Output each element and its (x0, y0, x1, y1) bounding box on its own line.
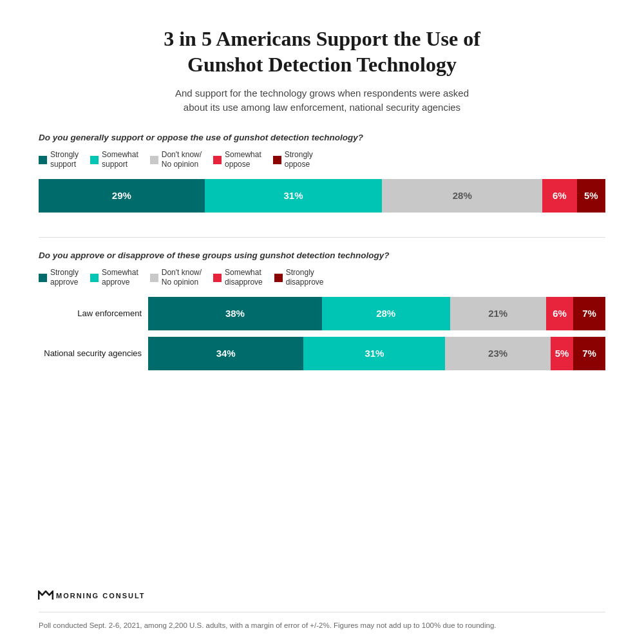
bar-segment: 23% (445, 337, 550, 370)
legend-label: Don't know/ No opinion (162, 150, 202, 170)
legend-item: Somewhat approve (90, 268, 138, 288)
legend-label: Strongly disapprove (286, 268, 324, 288)
bar-row-label: National security agencies (39, 348, 142, 358)
legend-item: Somewhat oppose (213, 150, 261, 170)
legend-item: Strongly oppose (273, 150, 313, 170)
legend-color-box (273, 156, 281, 164)
legend-color-box (213, 274, 222, 282)
question-2: Do you approve or disapprove of these gr… (39, 251, 605, 260)
legend-color-box (150, 156, 158, 164)
legend-color-box (90, 274, 99, 282)
bar-chart-2: Law enforcement38%28%21%6%7%National sec… (39, 297, 605, 370)
bar-segment: 6% (546, 297, 574, 330)
legend-label: Somewhat oppose (225, 150, 261, 170)
legend-color-box (90, 156, 99, 164)
bar-segment: 21% (450, 297, 546, 330)
section-2: Do you approve or disapprove of these gr… (39, 251, 605, 370)
section-1: Do you generally support or oppose the u… (39, 133, 605, 213)
bar-segment: 28% (322, 297, 450, 330)
legend-label: Don't know/ No opinion (162, 268, 202, 288)
bar-segment: 7% (573, 337, 605, 370)
bar-container: 34%31%23%5%7% (148, 337, 605, 370)
legend-2: Strongly approveSomewhat approveDon't kn… (39, 268, 605, 288)
legend-label: Somewhat approve (102, 268, 138, 288)
bar-segment: 31% (205, 179, 383, 213)
legend-color-box (150, 274, 158, 282)
bar-segment: 5% (551, 337, 574, 370)
legend-color-box (274, 274, 283, 282)
bar-container-1: 29%31%28%6%5% (39, 179, 605, 213)
legend-1: Strongly supportSomewhat supportDon't kn… (39, 150, 605, 170)
legend-item: Somewhat disapprove (213, 268, 263, 288)
bar-row-1: 29%31%28%6%5% (39, 179, 605, 213)
brand-logo: MORNING CONSULT (39, 587, 146, 604)
bar-container: 38%28%21%6%7% (148, 297, 605, 330)
legend-color-box (213, 156, 222, 164)
brand-m-icon (38, 587, 53, 604)
footnote: Poll conducted Sept. 2-6, 2021, among 2,… (39, 612, 605, 631)
legend-label: Somewhat support (102, 150, 138, 170)
bar-segment: 28% (382, 179, 542, 213)
legend-label: Strongly approve (50, 268, 79, 288)
legend-color-box (39, 274, 47, 282)
bar-row-label: Law enforcement (39, 308, 142, 318)
legend-label: Somewhat disapprove (225, 268, 263, 288)
bar-segment: 38% (148, 297, 322, 330)
brand-name: MORNING CONSULT (56, 592, 146, 600)
legend-item: Don't know/ No opinion (150, 268, 202, 288)
bar-segment: 34% (148, 337, 303, 370)
bar-chart-1: 29%31%28%6%5% (39, 179, 605, 213)
legend-item: Strongly support (39, 150, 79, 170)
legend-item: Strongly approve (39, 268, 79, 288)
main-title: 3 in 5 Americans Support the Use of Guns… (164, 26, 480, 77)
legend-item: Somewhat support (90, 150, 138, 170)
legend-item: Strongly disapprove (274, 268, 324, 288)
question-1: Do you generally support or oppose the u… (39, 133, 605, 142)
legend-label: Strongly support (50, 150, 79, 170)
legend-item: Don't know/ No opinion (150, 150, 202, 170)
subtitle: And support for the technology grows whe… (175, 86, 469, 115)
bar-row: National security agencies34%31%23%5%7% (39, 337, 605, 370)
bar-segment: 29% (39, 179, 205, 213)
legend-color-box (39, 156, 47, 164)
bar-segment: 7% (573, 297, 605, 330)
bar-segment: 5% (577, 179, 605, 213)
bar-segment: 31% (303, 337, 445, 370)
divider-1 (39, 237, 605, 238)
legend-label: Strongly oppose (285, 150, 313, 170)
footer-brand: MORNING CONSULT (39, 587, 605, 604)
bar-segment: 6% (542, 179, 576, 213)
bar-row: Law enforcement38%28%21%6%7% (39, 297, 605, 330)
